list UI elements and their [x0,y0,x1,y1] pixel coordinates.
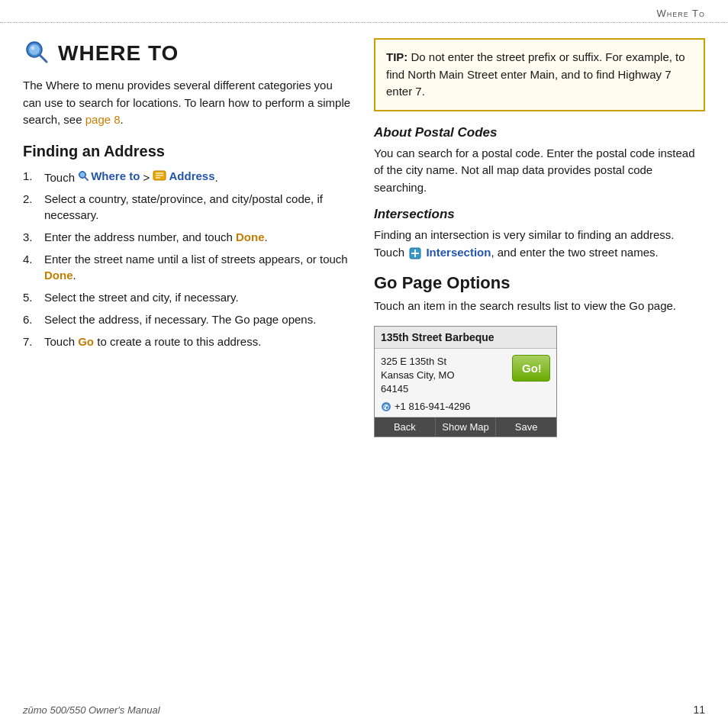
mockup-name: 135th Street Barbeque [375,327,556,349]
postal-codes-heading: About Postal Codes [374,125,705,140]
mockup-address: 325 E 135th St Kansas City, MO 64145 [381,355,455,397]
steps-list: 1. Touch Where to > [23,168,351,350]
small-magnifier-icon [78,170,89,181]
header-title: Where To [656,8,705,19]
go-page-options-heading: Go Page Options [374,273,705,293]
left-column: Where to The Where to menu provides seve… [23,38,351,705]
page-number: 11 [693,704,705,716]
address-line2: Kansas City, MO [381,369,455,382]
manual-title: zūmo 500/550 Owner's Manual [23,704,160,716]
step-1-num: 1. [23,168,38,185]
step-5: 5. Select the street and city, if necess… [23,289,351,305]
step-2-num: 2. [23,191,38,223]
step-6-num: 6. [23,311,38,327]
intro-period: . [121,113,124,126]
postal-codes-text: You can search for a postal code. Enter … [374,145,705,197]
page-footer: zūmo 500/550 Owner's Manual 11 [23,704,705,716]
intro-paragraph: The Where to menu provides several diffe… [23,77,351,129]
where-to-title: Where to [58,41,179,66]
step-6: 6. Select the address, if necessary. The… [23,311,351,327]
step-5-num: 5. [23,289,38,305]
mockup-middle: 325 E 135th St Kansas City, MO 64145 Go! [375,349,556,400]
phone-icon: ✆ [381,401,391,412]
save-button[interactable]: Save [496,417,556,436]
step-1: 1. Touch Where to > [23,168,351,185]
step-6-text: Select the address, if necessary. The Go… [44,311,351,327]
intro-text: The Where to menu provides several diffe… [23,79,350,126]
svg-point-2 [31,47,35,50]
finding-address-heading: Finding an Address [23,143,351,160]
main-content: Where to The Where to menu provides seve… [0,23,728,720]
go-button[interactable]: Go! [512,355,550,382]
back-button[interactable]: Back [375,417,436,436]
intersection-highlight: Intersection [426,246,491,259]
intersections-text-after: , and enter the two street names. [491,246,658,259]
step-4-num: 4. [23,251,38,283]
tip-label: TIP: [386,50,407,63]
done-highlight-2: Done [44,269,73,282]
svg-text:✆: ✆ [383,404,389,411]
where-to-inline: Where to [78,168,140,184]
done-highlight-1: Done [236,230,265,243]
header-bar: Where To [0,0,728,23]
svg-point-5 [80,172,85,177]
address-label: Address [169,168,214,184]
address-icon [153,170,166,181]
step-4: 4. Enter the street name until a list of… [23,251,351,283]
step-7-num: 7. [23,333,38,350]
tip-box: TIP: Do not enter the street prefix or s… [374,38,705,111]
intersections-text: Finding an intersection is very similar … [374,227,705,261]
step-5-text: Select the street and city, if necessary… [44,289,351,305]
go-page-mockup: 135th Street Barbeque 325 E 135th St Kan… [374,326,557,438]
where-to-heading: Where to [23,38,351,68]
svg-point-1 [29,44,40,55]
svg-line-3 [40,55,47,62]
magnifier-icon [23,38,50,68]
go-page-text: Touch an item in the search results list… [374,298,705,315]
right-column: TIP: Do not enter the street prefix or s… [374,38,705,705]
show-map-button[interactable]: Show Map [436,417,497,436]
page-link[interactable]: page 8 [85,113,121,126]
step-3: 3. Enter the address number, and touch D… [23,229,351,245]
step-7: 7. Touch Go to create a route to this ad… [23,333,351,350]
step-4-text: Enter the street name until a list of st… [44,251,351,283]
address-line1: 325 E 135th St [381,355,455,369]
intersections-heading: Intersections [374,207,705,222]
where-to-label: Where to [91,168,140,184]
phone-number: +1 816-941-4296 [395,401,470,412]
address-inline: Address [153,168,214,184]
svg-line-6 [85,177,88,180]
step-3-text: Enter the address number, and touch Done… [44,229,351,245]
intersection-icon [409,247,421,259]
address-line3: 64145 [381,382,455,396]
step-7-text: Touch Go to create a route to this addre… [44,333,351,350]
mockup-phone-row: ✆ +1 816-941-4296 [375,399,556,417]
tip-text: Do not enter the street prefix or suffix… [386,50,685,98]
mockup-footer: Back Show Map Save [375,417,556,436]
page-container: Where To Where to The Where to men [0,0,728,728]
step-2: 2. Select a country, state/province, and… [23,191,351,223]
go-highlight: Go [78,335,94,348]
step-1-text: Touch Where to > [44,168,351,185]
step-2-text: Select a country, state/province, and ci… [44,191,351,223]
step-3-num: 3. [23,229,38,245]
